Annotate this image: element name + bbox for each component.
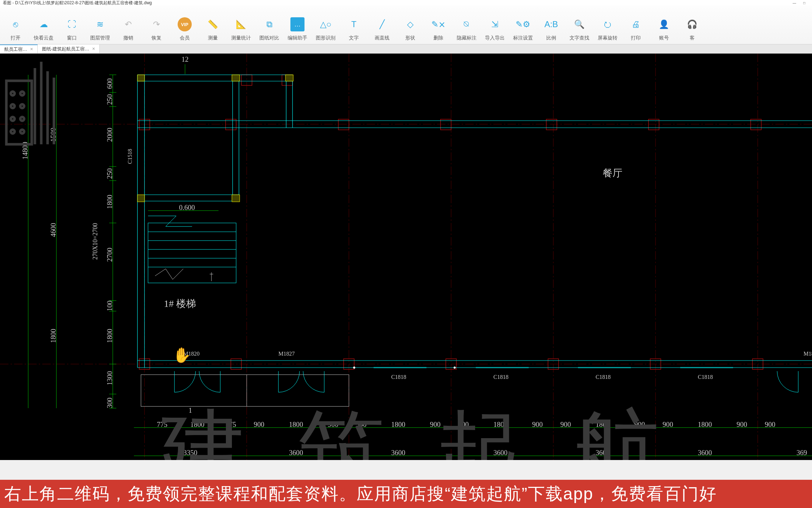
win-3: C1818: [596, 374, 611, 380]
account-button[interactable]: 👤账号: [650, 6, 678, 44]
print-label: 打印: [631, 35, 641, 41]
open-icon: ⎋: [8, 17, 23, 31]
annosets-label: 标注设置: [513, 35, 533, 41]
dim-l5: 1800: [106, 195, 114, 209]
open-label: 打开: [11, 35, 20, 41]
titlebar: 看图 - D:\工作\YS\线上\筑梦起航\2022-8-27\图纸-建筑起航员…: [0, 0, 812, 6]
svg-point-92: [11, 104, 15, 108]
findtext-label: 文字查找: [570, 35, 589, 41]
text-icon: T: [347, 17, 361, 31]
label-m1827: M1827: [278, 351, 295, 357]
service-label: 客: [690, 35, 695, 41]
window-title: 看图 - D:\工作\YS\线上\筑梦起航\2022-8-27\图纸-建筑起航员…: [3, 0, 789, 6]
cloud-label: 快看云盘: [34, 35, 54, 41]
shapeid-label: 图形识别: [316, 35, 336, 41]
svg-point-96: [11, 130, 15, 134]
label-m18r: M18: [804, 351, 812, 357]
svg-point-91: [20, 92, 24, 96]
compare-label: 图纸对比: [259, 35, 279, 41]
rotate-icon: ⭮: [601, 17, 615, 31]
dim-l10: 300: [106, 398, 114, 408]
watermark-logo-icon: [0, 54, 63, 152]
close-tab-icon[interactable]: ✕: [92, 47, 95, 51]
text-button[interactable]: T文字: [340, 6, 368, 44]
dim-l4: 250: [106, 168, 114, 179]
window-icon: ⛶: [65, 17, 79, 31]
cad-svg: .wall { stroke:#00ffff; stroke-width:1.2…: [0, 54, 812, 460]
measure-icon: 📏: [206, 17, 220, 31]
svg-point-93: [20, 104, 24, 108]
svg-rect-39: [137, 75, 144, 81]
toolbar: ⎋打开☁快看云盘⛶窗口≋图层管理↶撤销↷恢复VIP会员📏测量📐测量统计⧉图纸对比…: [0, 6, 812, 44]
dim-l1: 250: [106, 94, 114, 105]
drawing-canvas[interactable]: .wall { stroke:#00ffff; stroke-width:1.2…: [0, 54, 812, 460]
dim-span-bottom: 1800: [49, 329, 57, 343]
layers-label: 图层管理: [90, 35, 110, 41]
rotate-label: 屏幕旋转: [598, 35, 617, 41]
win-2: C1818: [493, 374, 509, 380]
open-button[interactable]: ⎋打开: [1, 6, 30, 44]
findtext-button[interactable]: 🔍文字查找: [565, 6, 593, 44]
annosets-button[interactable]: ✎⚙标注设置: [509, 6, 537, 44]
line-button[interactable]: ╱画直线: [368, 6, 396, 44]
tab-label: 航员工宿…: [4, 46, 27, 53]
promo-banner: 右上角二维码，免费领完整课程和配套资料。应用商店搜“建筑起航”下载app，免费看…: [0, 480, 812, 508]
document-tab-1[interactable]: 图纸-建筑起航员工宿…✕: [38, 44, 100, 53]
document-tab-0[interactable]: 航员工宿…✕: [0, 44, 38, 53]
undo-label: 撤销: [123, 35, 133, 41]
shape-button[interactable]: ◇形状: [396, 6, 424, 44]
compare-button[interactable]: ⧉图纸对比: [255, 6, 283, 44]
cloud-button[interactable]: ☁快看云盘: [30, 6, 58, 44]
minimize-button[interactable]: —: [789, 0, 799, 5]
close-tab-icon[interactable]: ✕: [30, 47, 33, 52]
dim-top-seg: 0.600: [179, 204, 195, 212]
line-icon: ╱: [375, 17, 389, 31]
axis-1-top: 1: [189, 406, 192, 415]
svg-point-90: [11, 92, 15, 96]
measurestat-button[interactable]: 📐测量统计: [227, 6, 255, 44]
win-1: C1818: [391, 374, 406, 380]
shape-icon: ◇: [403, 17, 417, 31]
layers-button[interactable]: ≋图层管理: [86, 6, 114, 44]
measure-button[interactable]: 📏测量: [199, 6, 227, 44]
editassist-button[interactable]: …编辑助手: [283, 6, 312, 44]
dim-l0: 600: [106, 78, 114, 89]
label-m1820: M1820: [183, 351, 199, 357]
delete-icon: ✎⨯: [431, 17, 445, 31]
promo-text: 右上角二维码，免费领完整课程和配套资料。应用商店搜“建筑起航”下载app，免费看…: [4, 483, 717, 505]
scale-button[interactable]: A:B比例: [537, 6, 565, 44]
vip-button[interactable]: VIP会员: [171, 6, 199, 44]
window-button[interactable]: ⛶窗口: [58, 6, 86, 44]
svg-point-94: [11, 117, 15, 121]
redo-button[interactable]: ↷恢复: [142, 6, 171, 44]
svg-rect-40: [232, 75, 240, 81]
line-label: 画直线: [375, 35, 389, 41]
maximize-button[interactable]: □: [799, 0, 809, 5]
rotate-button[interactable]: ⭮屏幕旋转: [593, 6, 622, 44]
service-button[interactable]: 🎧客: [678, 6, 706, 44]
hideanno-button[interactable]: ⦰隐藏标注: [453, 6, 481, 44]
svg-rect-42: [137, 195, 144, 202]
label-column: C1518: [127, 149, 133, 164]
layers-icon: ≋: [93, 17, 107, 31]
measure-label: 测量: [208, 35, 218, 41]
shapeid-button[interactable]: △○图形识别: [312, 6, 340, 44]
svg-point-59: [454, 367, 456, 369]
tabbar: 航员工宿…✕图纸-建筑起航员工宿…✕: [0, 44, 812, 54]
tab-label: 图纸-建筑起航员工宿…: [42, 46, 89, 52]
dim-top-proj: 12: [182, 55, 189, 64]
importexp-button[interactable]: ⇲导入导出: [481, 6, 509, 44]
account-label: 账号: [659, 35, 669, 41]
vip-label: 会员: [180, 35, 190, 41]
text-label: 文字: [349, 35, 359, 41]
findtext-icon: 🔍: [572, 17, 586, 31]
annosets-icon: ✎⚙: [516, 17, 530, 31]
dim-span-mid: 4600: [49, 223, 57, 237]
dim-l6: 2700: [106, 248, 114, 262]
print-button[interactable]: 🖨打印: [622, 6, 650, 44]
delete-button[interactable]: ✎⨯删除: [424, 6, 453, 44]
window-label: 窗口: [67, 35, 77, 41]
editassist-icon: …: [290, 17, 304, 31]
cloud-icon: ☁: [37, 17, 51, 31]
undo-button[interactable]: ↶撤销: [114, 6, 142, 44]
